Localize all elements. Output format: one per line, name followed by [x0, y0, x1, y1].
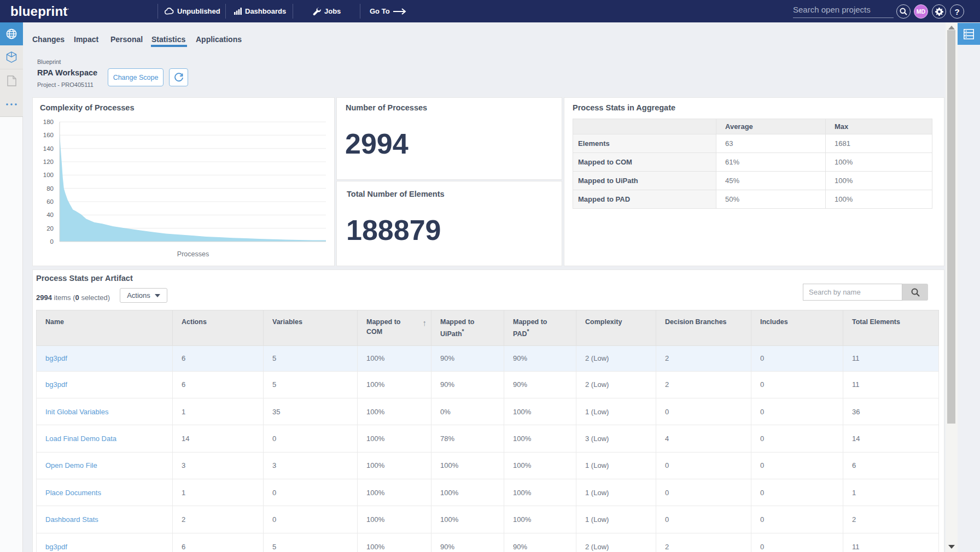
svg-text:0: 0 [50, 238, 54, 245]
svg-text:40: 40 [46, 212, 54, 218]
svg-text:20: 20 [46, 225, 54, 232]
svg-text:100: 100 [43, 172, 54, 178]
svg-text:160: 160 [43, 132, 54, 138]
svg-text:80: 80 [46, 185, 54, 192]
svg-text:180: 180 [43, 119, 54, 125]
svg-text:Processes: Processes [177, 250, 209, 258]
svg-text:140: 140 [43, 145, 54, 152]
svg-text:60: 60 [46, 198, 54, 205]
svg-text:120: 120 [43, 158, 54, 165]
